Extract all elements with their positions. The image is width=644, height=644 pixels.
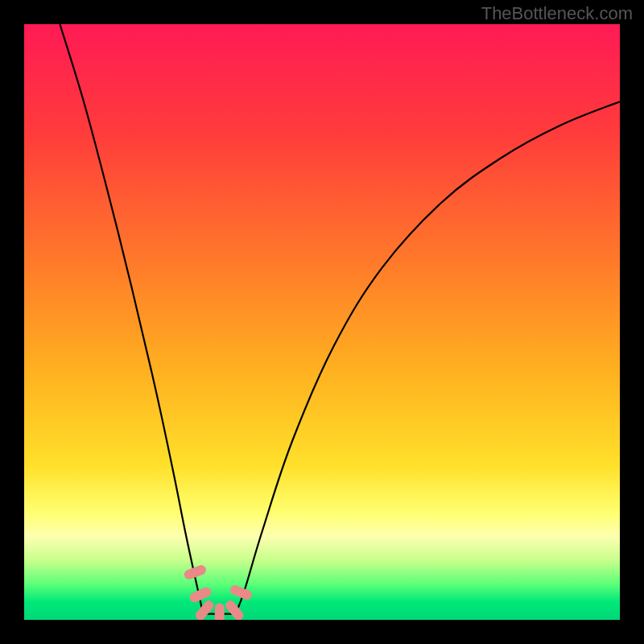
data-marker	[229, 584, 253, 601]
svg-rect-5	[224, 599, 246, 620]
plot-area	[24, 24, 620, 620]
data-marker	[215, 603, 225, 620]
data-marker	[224, 599, 246, 620]
svg-rect-4	[215, 603, 225, 620]
svg-rect-1	[183, 564, 207, 580]
data-marker	[183, 564, 207, 580]
watermark-text: TheBottleneck.com	[481, 3, 633, 24]
svg-rect-6	[229, 584, 253, 601]
marker-layer	[24, 24, 620, 620]
